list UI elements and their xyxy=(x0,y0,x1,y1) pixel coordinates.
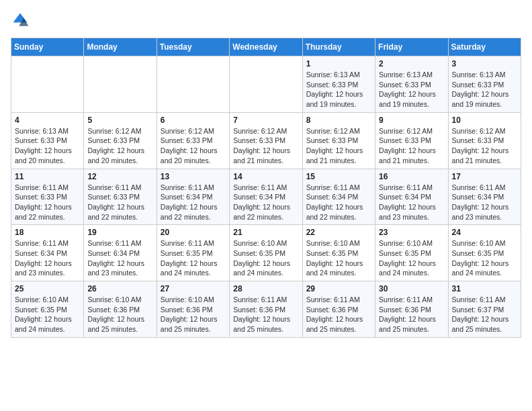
table-row: 23Sunrise: 6:10 AM Sunset: 6:35 PM Dayli… xyxy=(375,225,448,281)
table-row: 22Sunrise: 6:10 AM Sunset: 6:35 PM Dayli… xyxy=(302,225,375,281)
day-info: Sunrise: 6:10 AM Sunset: 6:36 PM Dayligh… xyxy=(87,295,152,334)
day-info: Sunrise: 6:11 AM Sunset: 6:35 PM Dayligh… xyxy=(161,238,226,278)
day-number: 31 xyxy=(452,284,517,293)
day-number: 7 xyxy=(233,116,298,125)
table-row: 19Sunrise: 6:11 AM Sunset: 6:34 PM Dayli… xyxy=(84,225,157,281)
header-wednesday: Wednesday xyxy=(230,38,302,56)
logo-icon xyxy=(11,11,30,30)
day-number: 3 xyxy=(452,59,517,68)
table-row: 11Sunrise: 6:11 AM Sunset: 6:33 PM Dayli… xyxy=(11,169,84,225)
day-info: Sunrise: 6:12 AM Sunset: 6:33 PM Dayligh… xyxy=(233,126,298,166)
day-number: 24 xyxy=(452,228,517,237)
day-info: Sunrise: 6:12 AM Sunset: 6:33 PM Dayligh… xyxy=(452,126,517,166)
day-number: 30 xyxy=(379,284,444,293)
table-row: 1Sunrise: 6:13 AM Sunset: 6:33 PM Daylig… xyxy=(302,56,375,113)
day-info: Sunrise: 6:11 AM Sunset: 6:34 PM Dayligh… xyxy=(87,238,152,278)
day-info: Sunrise: 6:13 AM Sunset: 6:33 PM Dayligh… xyxy=(379,70,444,109)
logo xyxy=(11,11,32,30)
day-info: Sunrise: 6:11 AM Sunset: 6:34 PM Dayligh… xyxy=(161,183,226,222)
day-info: Sunrise: 6:10 AM Sunset: 6:35 PM Dayligh… xyxy=(379,238,444,278)
day-number: 23 xyxy=(379,228,444,237)
day-info: Sunrise: 6:11 AM Sunset: 6:37 PM Dayligh… xyxy=(452,295,517,334)
day-info: Sunrise: 6:10 AM Sunset: 6:35 PM Dayligh… xyxy=(233,238,298,278)
day-info: Sunrise: 6:11 AM Sunset: 6:36 PM Dayligh… xyxy=(233,295,298,334)
day-number: 6 xyxy=(161,116,226,125)
table-row: 4Sunrise: 6:13 AM Sunset: 6:33 PM Daylig… xyxy=(11,112,84,169)
day-number: 1 xyxy=(306,59,371,68)
table-row: 28Sunrise: 6:11 AM Sunset: 6:36 PM Dayli… xyxy=(230,281,302,338)
table-row xyxy=(84,56,157,113)
table-row: 10Sunrise: 6:12 AM Sunset: 6:33 PM Dayli… xyxy=(448,112,521,169)
day-info: Sunrise: 6:12 AM Sunset: 6:33 PM Dayligh… xyxy=(379,126,444,166)
day-number: 26 xyxy=(87,284,152,293)
calendar-header: SundayMondayTuesdayWednesdayThursdayFrid… xyxy=(11,38,521,56)
header-friday: Friday xyxy=(375,38,448,56)
day-info: Sunrise: 6:11 AM Sunset: 6:36 PM Dayligh… xyxy=(379,295,444,334)
day-number: 13 xyxy=(161,172,226,181)
day-info: Sunrise: 6:12 AM Sunset: 6:33 PM Dayligh… xyxy=(87,126,152,166)
day-info: Sunrise: 6:12 AM Sunset: 6:33 PM Dayligh… xyxy=(161,126,226,166)
week-row-5: 25Sunrise: 6:10 AM Sunset: 6:35 PM Dayli… xyxy=(11,281,521,338)
day-number: 12 xyxy=(87,172,152,181)
day-info: Sunrise: 6:11 AM Sunset: 6:34 PM Dayligh… xyxy=(452,183,517,222)
day-number: 25 xyxy=(15,284,80,293)
day-number: 2 xyxy=(379,59,444,68)
table-row xyxy=(230,56,302,113)
day-info: Sunrise: 6:12 AM Sunset: 6:33 PM Dayligh… xyxy=(306,126,371,166)
day-info: Sunrise: 6:11 AM Sunset: 6:34 PM Dayligh… xyxy=(15,238,80,278)
day-info: Sunrise: 6:11 AM Sunset: 6:34 PM Dayligh… xyxy=(379,183,444,222)
table-row: 3Sunrise: 6:13 AM Sunset: 6:33 PM Daylig… xyxy=(448,56,521,113)
day-number: 18 xyxy=(15,228,80,237)
table-row: 13Sunrise: 6:11 AM Sunset: 6:34 PM Dayli… xyxy=(157,169,229,225)
day-info: Sunrise: 6:11 AM Sunset: 6:34 PM Dayligh… xyxy=(306,183,371,222)
day-number: 27 xyxy=(161,284,226,293)
day-number: 17 xyxy=(452,172,517,181)
day-info: Sunrise: 6:11 AM Sunset: 6:33 PM Dayligh… xyxy=(15,183,80,222)
header-sunday: Sunday xyxy=(11,38,84,56)
day-number: 20 xyxy=(161,228,226,237)
calendar-body: 1Sunrise: 6:13 AM Sunset: 6:33 PM Daylig… xyxy=(11,56,521,338)
table-row: 21Sunrise: 6:10 AM Sunset: 6:35 PM Dayli… xyxy=(230,225,302,281)
day-info: Sunrise: 6:11 AM Sunset: 6:36 PM Dayligh… xyxy=(306,295,371,334)
week-row-3: 11Sunrise: 6:11 AM Sunset: 6:33 PM Dayli… xyxy=(11,169,521,225)
table-row: 31Sunrise: 6:11 AM Sunset: 6:37 PM Dayli… xyxy=(448,281,521,338)
table-row: 15Sunrise: 6:11 AM Sunset: 6:34 PM Dayli… xyxy=(302,169,375,225)
page-header xyxy=(11,11,521,30)
table-row: 5Sunrise: 6:12 AM Sunset: 6:33 PM Daylig… xyxy=(84,112,157,169)
day-number: 11 xyxy=(15,172,80,181)
table-row: 2Sunrise: 6:13 AM Sunset: 6:33 PM Daylig… xyxy=(375,56,448,113)
table-row xyxy=(11,56,84,113)
table-row: 16Sunrise: 6:11 AM Sunset: 6:34 PM Dayli… xyxy=(375,169,448,225)
table-row: 12Sunrise: 6:11 AM Sunset: 6:33 PM Dayli… xyxy=(84,169,157,225)
day-info: Sunrise: 6:10 AM Sunset: 6:35 PM Dayligh… xyxy=(452,238,517,278)
week-row-1: 1Sunrise: 6:13 AM Sunset: 6:33 PM Daylig… xyxy=(11,56,521,113)
calendar-table: SundayMondayTuesdayWednesdayThursdayFrid… xyxy=(11,38,521,338)
table-row: 17Sunrise: 6:11 AM Sunset: 6:34 PM Dayli… xyxy=(448,169,521,225)
day-info: Sunrise: 6:13 AM Sunset: 6:33 PM Dayligh… xyxy=(306,70,371,109)
day-number: 22 xyxy=(306,228,371,237)
table-row xyxy=(157,56,229,113)
table-row: 25Sunrise: 6:10 AM Sunset: 6:35 PM Dayli… xyxy=(11,281,84,338)
header-monday: Monday xyxy=(84,38,157,56)
day-number: 28 xyxy=(233,284,298,293)
day-number: 29 xyxy=(306,284,371,293)
table-row: 30Sunrise: 6:11 AM Sunset: 6:36 PM Dayli… xyxy=(375,281,448,338)
day-info: Sunrise: 6:13 AM Sunset: 6:33 PM Dayligh… xyxy=(15,126,80,166)
day-number: 19 xyxy=(87,228,152,237)
day-info: Sunrise: 6:10 AM Sunset: 6:36 PM Dayligh… xyxy=(161,295,226,334)
table-row: 24Sunrise: 6:10 AM Sunset: 6:35 PM Dayli… xyxy=(448,225,521,281)
day-info: Sunrise: 6:10 AM Sunset: 6:35 PM Dayligh… xyxy=(306,238,371,278)
table-row: 14Sunrise: 6:11 AM Sunset: 6:34 PM Dayli… xyxy=(230,169,302,225)
day-number: 8 xyxy=(306,116,371,125)
day-number: 9 xyxy=(379,116,444,125)
week-row-2: 4Sunrise: 6:13 AM Sunset: 6:33 PM Daylig… xyxy=(11,112,521,169)
day-number: 15 xyxy=(306,172,371,181)
day-number: 10 xyxy=(452,116,517,125)
header-saturday: Saturday xyxy=(448,38,521,56)
day-number: 16 xyxy=(379,172,444,181)
table-row: 6Sunrise: 6:12 AM Sunset: 6:33 PM Daylig… xyxy=(157,112,229,169)
table-row: 8Sunrise: 6:12 AM Sunset: 6:33 PM Daylig… xyxy=(302,112,375,169)
header-thursday: Thursday xyxy=(302,38,375,56)
table-row: 9Sunrise: 6:12 AM Sunset: 6:33 PM Daylig… xyxy=(375,112,448,169)
table-row: 26Sunrise: 6:10 AM Sunset: 6:36 PM Dayli… xyxy=(84,281,157,338)
